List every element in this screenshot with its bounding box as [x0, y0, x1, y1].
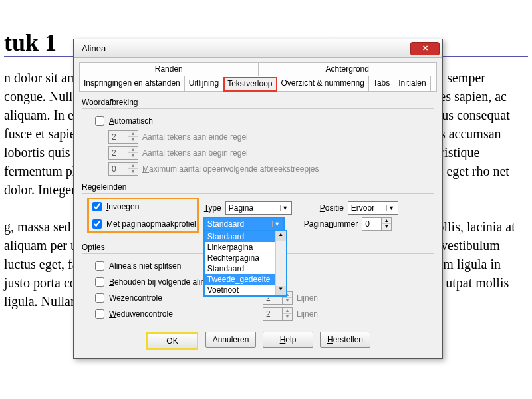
- label-widow-lines: Lijnen: [297, 309, 318, 319]
- label-insert-break: Invoegen: [106, 202, 139, 211]
- dropdown-option[interactable]: Standaard: [205, 263, 286, 274]
- page-style-dropdown-list[interactable]: Standaard Linkerpagina Rechterpagina Sta…: [204, 231, 287, 296]
- tab-indents[interactable]: Inspringingen en afstanden: [80, 76, 185, 91]
- label-position: Positie: [320, 203, 344, 213]
- help-button[interactable]: Help: [263, 332, 313, 348]
- reset-button[interactable]: Herstellen: [320, 332, 370, 348]
- checkbox-orphan-control[interactable]: [95, 293, 104, 303]
- group-breaks-title: Regeleinden: [82, 182, 434, 192]
- dropdown-option[interactable]: Voetnoot: [205, 285, 286, 295]
- dropdown-option[interactable]: Rechterpagina: [205, 253, 286, 263]
- spinner-chars-start: ▲▼: [108, 146, 138, 160]
- tab-row-upper: Randen Achtergrond: [79, 62, 437, 76]
- label-orphan-control: Wezencontrole: [109, 293, 162, 303]
- label-widow-control: Weduwencontrole: [109, 309, 173, 319]
- label-type: Type: [204, 203, 221, 213]
- checkbox-no-split[interactable]: [95, 261, 104, 271]
- checkbox-with-page-style[interactable]: [92, 219, 102, 229]
- label-page-number: Paginanummer: [304, 219, 358, 229]
- paragraph-dialog: Alinea ✕ Randen Achtergrond Inspringinge…: [73, 39, 443, 359]
- group-breaks: Regeleinden Invoegen Met paginaopmaakpro…: [82, 182, 434, 233]
- checkbox-widow-control[interactable]: [95, 309, 104, 319]
- dropdown-scrollbar[interactable]: ▲▼: [275, 231, 286, 295]
- label-max-hyphens: Maximum aantal opeenvolgende afbreekstre…: [142, 164, 319, 174]
- tab-textflow[interactable]: Tekstverloop: [223, 77, 277, 92]
- select-break-type[interactable]: Pagina ▼: [225, 201, 292, 215]
- checkbox-keep-with-next[interactable]: [95, 277, 104, 287]
- checkbox-automatic[interactable]: [95, 116, 104, 126]
- tab-background[interactable]: Achtergrond: [259, 63, 437, 76]
- tab-tabs[interactable]: Tabs: [369, 76, 394, 91]
- chevron-down-icon: ▼: [272, 221, 282, 227]
- spinner-page-number[interactable]: ▲▼: [362, 217, 392, 231]
- label-chars-end: Aantal tekens aan einde regel: [142, 132, 248, 142]
- checkbox-insert-break[interactable]: [92, 202, 102, 211]
- tab-borders[interactable]: Randen: [80, 63, 259, 76]
- dropdown-option[interactable]: Standaard: [205, 231, 286, 242]
- group-hyphenation-title: Woordafbreking: [82, 98, 434, 107]
- chevron-down-icon: ▼: [386, 205, 396, 211]
- label-no-split: Alinea's niet splitsen: [109, 261, 181, 271]
- dialog-title: Alinea: [82, 43, 106, 53]
- close-icon: ✕: [422, 45, 428, 52]
- tab-alignment[interactable]: Uitlijning: [185, 76, 223, 91]
- group-hyphenation: Woordafbreking Automatisch ▲▼ Aantal tek…: [82, 98, 434, 176]
- dropdown-option[interactable]: Linkerpagina: [205, 242, 286, 253]
- tab-row-lower: Inspringingen en afstanden Uitlijning Te…: [79, 76, 437, 92]
- label-with-page-style: Met paginaopmaakprofiel: [106, 219, 196, 229]
- spinner-chars-end: ▲▼: [108, 130, 138, 144]
- label-orphan-lines: Lijnen: [297, 293, 318, 303]
- close-button[interactable]: ✕: [410, 42, 440, 55]
- label-chars-start: Aantal tekens aan begin regel: [142, 148, 248, 158]
- tab-outline[interactable]: Overzicht & nummering: [277, 76, 369, 91]
- dialog-titlebar: Alinea ✕: [74, 39, 442, 58]
- spinner-max-hyphens: ▲▼: [108, 162, 138, 176]
- select-break-position[interactable]: Ervoor ▼: [348, 201, 398, 215]
- ok-button[interactable]: OK: [147, 333, 198, 349]
- dropdown-option[interactable]: Tweede_gedeelte: [205, 274, 286, 285]
- spinner-widow-lines: ▲▼: [263, 307, 293, 321]
- tab-dropcaps[interactable]: Initialen: [394, 76, 430, 91]
- label-keep-with-next: Behouden bij volgende alinea: [109, 277, 213, 287]
- label-automatic: Automatisch: [109, 116, 153, 126]
- cancel-button[interactable]: Annuleren: [205, 332, 256, 348]
- select-page-style[interactable]: Standaard ▼ Standaard Linkerpagina Recht…: [204, 217, 284, 231]
- dialog-button-row: OK Annuleren Help Herstellen: [74, 325, 442, 358]
- chevron-down-icon: ▼: [280, 205, 290, 211]
